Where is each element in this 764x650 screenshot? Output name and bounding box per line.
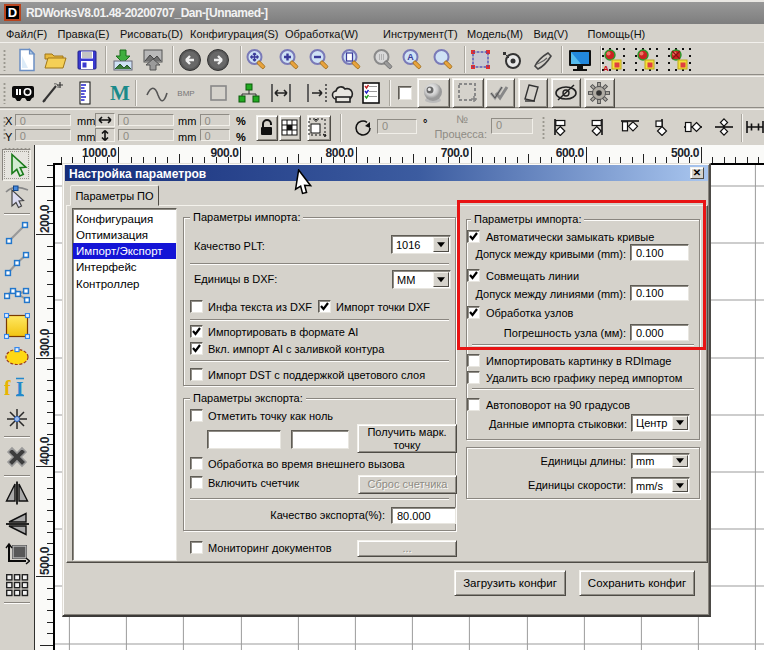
svg-text:f: f xyxy=(4,377,11,399)
svg-text:M: M xyxy=(110,81,130,105)
svg-text:BMP: BMP xyxy=(177,89,194,98)
svg-text:A: A xyxy=(407,52,414,62)
svg-text:A: A xyxy=(603,64,609,72)
